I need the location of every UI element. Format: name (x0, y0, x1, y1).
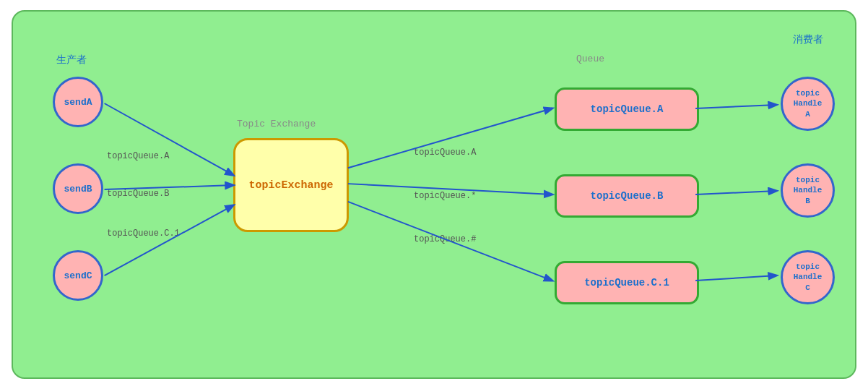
label-exchange-type: Topic Exchange (237, 119, 316, 129)
label-consumer: 消费者 (793, 33, 823, 46)
consumer-B: topicHandleB (781, 163, 835, 218)
svg-line-8 (695, 275, 776, 281)
queue-A: topicQueue.A (555, 87, 699, 131)
routing-key-queueB: topicQueue.* (414, 191, 476, 201)
routing-key-sendA: topicQueue.A (107, 151, 169, 161)
diagram-container: 生产者 Topic Exchange Queue 消费者 sendA sendB… (12, 10, 856, 379)
label-queue: Queue (576, 54, 604, 64)
svg-line-3 (348, 108, 552, 168)
svg-line-7 (695, 191, 776, 194)
routing-key-sendC: topicQueue.C.1 (107, 228, 180, 239)
routing-key-queueC: topicQueue.# (414, 234, 476, 244)
queue-B: topicQueue.B (555, 174, 699, 218)
queue-C: topicQueue.C.1 (555, 261, 699, 304)
svg-line-0 (105, 103, 234, 175)
label-producer: 生产者 (56, 54, 87, 67)
svg-line-6 (695, 105, 776, 108)
consumer-C: topicHandleC (781, 250, 835, 304)
producer-sendB: sendB (53, 163, 103, 214)
exchange-box: topicExchange (233, 138, 349, 232)
routing-key-queueA: topicQueue.A (414, 148, 476, 158)
producer-sendC: sendC (53, 250, 103, 301)
consumer-A: topicHandleA (781, 77, 835, 131)
svg-line-2 (105, 205, 234, 275)
routing-key-sendB: topicQueue.B (107, 189, 169, 199)
producer-sendA: sendA (53, 77, 103, 127)
